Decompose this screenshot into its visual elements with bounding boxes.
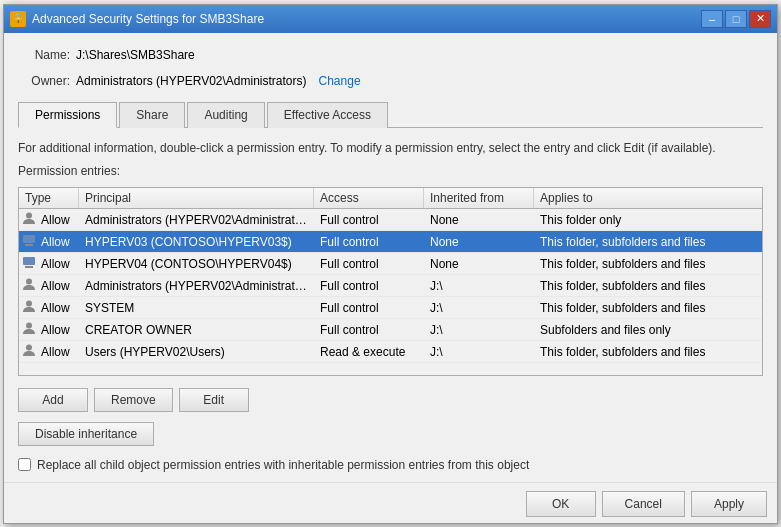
owner-label: Owner:: [18, 74, 70, 88]
cell-applies-to: Subfolders and files only: [534, 321, 762, 339]
maximize-button[interactable]: □: [725, 10, 747, 28]
col-inherited-from: Inherited from: [424, 188, 534, 208]
col-principal: Principal: [79, 188, 314, 208]
cell-type: Allow: [35, 343, 79, 361]
edit-button[interactable]: Edit: [179, 388, 249, 412]
action-buttons: Add Remove Edit: [18, 388, 763, 412]
title-bar-left: 🔒 Advanced Security Settings for SMB3Sha…: [10, 11, 264, 27]
cell-access: Full control: [314, 233, 424, 251]
svg-point-0: [26, 213, 32, 219]
cell-principal: Administrators (HYPERV02\Administrators): [79, 211, 314, 229]
svg-rect-2: [25, 244, 33, 246]
cell-type: Allow: [35, 277, 79, 295]
cell-inherited-from: J:\: [424, 343, 534, 361]
ok-button[interactable]: OK: [526, 491, 596, 517]
cell-access: Full control: [314, 211, 424, 229]
row-icon: [19, 253, 35, 274]
cell-inherited-from: J:\: [424, 277, 534, 295]
checkbox-label: Replace all child object permission entr…: [37, 458, 529, 472]
table-row[interactable]: AllowUsers (HYPERV02\Users)Read & execut…: [19, 341, 762, 363]
inheritance-row: Disable inheritance: [18, 422, 763, 446]
cell-inherited-from: None: [424, 255, 534, 273]
cell-inherited-from: J:\: [424, 299, 534, 317]
cell-principal: CREATOR OWNER: [79, 321, 314, 339]
disable-inheritance-button[interactable]: Disable inheritance: [18, 422, 154, 446]
cell-inherited-from: J:\: [424, 321, 534, 339]
cell-access: Full control: [314, 255, 424, 273]
cell-applies-to: This folder, subfolders and files: [534, 299, 762, 317]
cell-principal: HYPERV03 (CONTOSO\HYPERV03$): [79, 233, 314, 251]
footer-buttons: OK Cancel Apply: [4, 482, 777, 523]
svg-point-7: [26, 323, 32, 329]
table-row[interactable]: AllowSYSTEMFull controlJ:\This folder, s…: [19, 297, 762, 319]
table-row[interactable]: AllowCREATOR OWNERFull controlJ:\Subfold…: [19, 319, 762, 341]
svg-rect-1: [23, 235, 35, 243]
cell-applies-to: This folder, subfolders and files: [534, 343, 762, 361]
description-text: For additional information, double-click…: [18, 140, 763, 157]
col-applies-to: Applies to: [534, 188, 762, 208]
table-row[interactable]: AllowHYPERV03 (CONTOSO\HYPERV03$)Full co…: [19, 231, 762, 253]
svg-point-6: [26, 301, 32, 307]
replace-permissions-checkbox[interactable]: [18, 458, 31, 471]
tab-share[interactable]: Share: [119, 102, 185, 128]
col-access: Access: [314, 188, 424, 208]
window-title: Advanced Security Settings for SMB3Share: [32, 12, 264, 26]
owner-row: Owner: Administrators (HYPERV02\Administ…: [18, 71, 763, 91]
cell-applies-to: This folder only: [534, 211, 762, 229]
table-row[interactable]: AllowAdministrators (HYPERV02\Administra…: [19, 209, 762, 231]
main-window: 🔒 Advanced Security Settings for SMB3Sha…: [3, 4, 778, 524]
tab-permissions[interactable]: Permissions: [18, 102, 117, 128]
name-row: Name: J:\Shares\SMB3Share: [18, 45, 763, 65]
cancel-button[interactable]: Cancel: [602, 491, 685, 517]
main-content: Name: J:\Shares\SMB3Share Owner: Adminis…: [4, 33, 777, 482]
row-icon: [19, 341, 35, 362]
cell-access: Full control: [314, 299, 424, 317]
permissions-table: Type Principal Access Inherited from App…: [18, 187, 763, 375]
tab-auditing[interactable]: Auditing: [187, 102, 264, 128]
svg-point-5: [26, 279, 32, 285]
section-label: Permission entries:: [18, 164, 763, 178]
change-owner-link[interactable]: Change: [319, 74, 361, 88]
col-type: Type: [19, 188, 79, 208]
cell-type: Allow: [35, 321, 79, 339]
row-icon: [19, 319, 35, 340]
cell-access: Full control: [314, 277, 424, 295]
minimize-button[interactable]: –: [701, 10, 723, 28]
apply-button[interactable]: Apply: [691, 491, 767, 517]
name-label: Name:: [18, 48, 70, 62]
cell-applies-to: This folder, subfolders and files: [534, 255, 762, 273]
table-row[interactable]: AllowAdministrators (HYPERV02\Administra…: [19, 275, 762, 297]
cell-access: Read & execute: [314, 343, 424, 361]
tab-effective-access[interactable]: Effective Access: [267, 102, 388, 128]
cell-type: Allow: [35, 233, 79, 251]
cell-applies-to: This folder, subfolders and files: [534, 277, 762, 295]
svg-point-8: [26, 345, 32, 351]
table-row[interactable]: AllowHYPERV04 (CONTOSO\HYPERV04$)Full co…: [19, 253, 762, 275]
close-button[interactable]: ✕: [749, 10, 771, 28]
cell-inherited-from: None: [424, 233, 534, 251]
remove-button[interactable]: Remove: [94, 388, 173, 412]
cell-type: Allow: [35, 255, 79, 273]
cell-inherited-from: None: [424, 211, 534, 229]
table-body[interactable]: AllowAdministrators (HYPERV02\Administra…: [19, 209, 762, 374]
table-header: Type Principal Access Inherited from App…: [19, 188, 762, 209]
owner-value: Administrators (HYPERV02\Administrators): [76, 74, 307, 88]
title-bar: 🔒 Advanced Security Settings for SMB3Sha…: [4, 5, 777, 33]
window-icon: 🔒: [10, 11, 26, 27]
name-value: J:\Shares\SMB3Share: [76, 48, 195, 62]
row-icon: [19, 297, 35, 318]
svg-rect-3: [23, 257, 35, 265]
row-icon: [19, 231, 35, 252]
tab-bar: Permissions Share Auditing Effective Acc…: [18, 101, 763, 128]
add-button[interactable]: Add: [18, 388, 88, 412]
cell-principal: Users (HYPERV02\Users): [79, 343, 314, 361]
cell-principal: Administrators (HYPERV02\Administrators): [79, 277, 314, 295]
cell-principal: HYPERV04 (CONTOSO\HYPERV04$): [79, 255, 314, 273]
row-icon: [19, 275, 35, 296]
title-buttons: – □ ✕: [701, 10, 771, 28]
cell-applies-to: This folder, subfolders and files: [534, 233, 762, 251]
cell-type: Allow: [35, 211, 79, 229]
row-icon: [19, 209, 35, 230]
svg-rect-4: [25, 266, 33, 268]
checkbox-row: Replace all child object permission entr…: [18, 458, 763, 472]
